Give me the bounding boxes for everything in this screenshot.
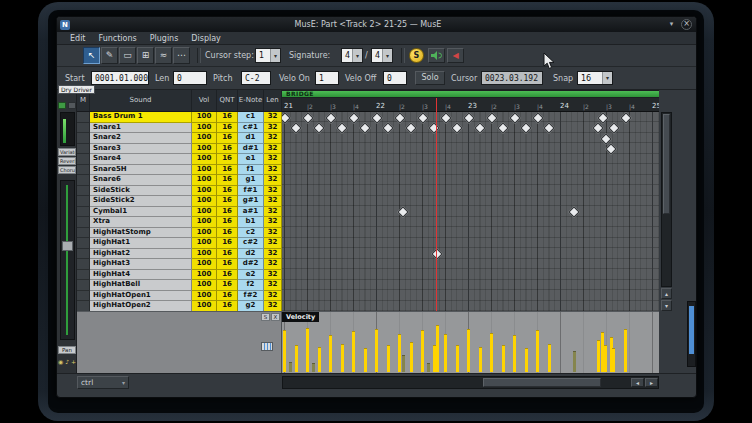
mute-cell[interactable] bbox=[77, 175, 90, 186]
vol-cell[interactable]: 100 bbox=[192, 196, 217, 207]
vol-cell[interactable]: 100 bbox=[192, 249, 217, 260]
splitter-s-button[interactable]: S bbox=[261, 313, 270, 321]
signature-denominator-spinbox[interactable]: 4 ▾ bbox=[371, 48, 393, 63]
vol-cell[interactable]: 100 bbox=[192, 175, 217, 186]
mute-cell[interactable] bbox=[77, 144, 90, 155]
sound-name[interactable]: HighHatStomp bbox=[90, 228, 192, 239]
len-cell[interactable]: 32 bbox=[264, 249, 282, 260]
velocity-bar[interactable] bbox=[525, 348, 528, 372]
velocity-bar[interactable] bbox=[456, 345, 459, 372]
qnt-cell[interactable]: 16 bbox=[217, 154, 238, 165]
enote-cell[interactable]: e2 bbox=[238, 270, 264, 281]
scroll-left-button[interactable]: ◂ bbox=[631, 378, 644, 387]
note-diamond[interactable] bbox=[282, 112, 290, 123]
vol-cell[interactable]: 100 bbox=[192, 186, 217, 197]
ctrl-select[interactable]: ctrl ▾ bbox=[77, 376, 129, 389]
enote-cell[interactable]: d1 bbox=[238, 133, 264, 144]
qnt-cell[interactable]: 16 bbox=[217, 123, 238, 134]
pitch-value-box[interactable]: C-2 bbox=[241, 71, 271, 85]
qnt-cell[interactable]: 16 bbox=[217, 270, 238, 281]
pan-control[interactable]: Pan bbox=[58, 346, 76, 354]
velocity-bar[interactable] bbox=[410, 342, 413, 372]
note-diamond[interactable] bbox=[593, 122, 604, 133]
drum-row[interactable]: HighHat210016d232 bbox=[77, 249, 282, 260]
enote-cell[interactable]: f1 bbox=[238, 165, 264, 176]
pointer-tool-icon[interactable]: ↖ bbox=[83, 47, 100, 64]
velocity-bar[interactable] bbox=[398, 334, 401, 372]
note-diamond[interactable] bbox=[509, 112, 520, 123]
step-record-button[interactable]: S bbox=[409, 48, 424, 63]
note-diamond[interactable] bbox=[440, 112, 451, 123]
drum-row[interactable]: HighHatStomp10016c232 bbox=[77, 228, 282, 239]
sound-name[interactable]: HighHat3 bbox=[90, 259, 192, 270]
mute-cell[interactable] bbox=[77, 238, 90, 249]
cursor-step-spinbox[interactable]: 1 ▾ bbox=[255, 48, 281, 63]
enote-cell[interactable]: f#2 bbox=[238, 291, 264, 302]
note-diamond[interactable] bbox=[359, 122, 370, 133]
sound-name[interactable]: Snare4 bbox=[90, 154, 192, 165]
note-diamond[interactable] bbox=[417, 112, 428, 123]
vol-cell[interactable]: 100 bbox=[192, 238, 217, 249]
vol-cell[interactable]: 100 bbox=[192, 291, 217, 302]
len-value-box[interactable]: 0 bbox=[173, 71, 207, 85]
len-cell[interactable]: 32 bbox=[264, 280, 282, 291]
velocity-bar[interactable] bbox=[444, 334, 447, 372]
velocity-bar[interactable] bbox=[573, 351, 576, 372]
vertical-scrollbar[interactable] bbox=[661, 112, 672, 287]
splitter-x-button[interactable]: X bbox=[271, 313, 280, 321]
line-tool-icon[interactable]: ≈ bbox=[155, 47, 172, 64]
sound-name[interactable]: HighHat2 bbox=[90, 249, 192, 260]
speaker-button[interactable] bbox=[428, 48, 445, 63]
vol-cell[interactable]: 100 bbox=[192, 133, 217, 144]
qnt-cell[interactable]: 16 bbox=[217, 133, 238, 144]
len-cell[interactable]: 32 bbox=[264, 228, 282, 239]
velocity-bar[interactable] bbox=[427, 363, 430, 372]
note-diamond[interactable] bbox=[569, 206, 580, 217]
vol-cell[interactable]: 100 bbox=[192, 123, 217, 134]
mute-cell[interactable] bbox=[77, 217, 90, 228]
send-button[interactable]: Variate off bbox=[58, 148, 76, 156]
shade-button[interactable]: ▾ bbox=[666, 19, 677, 30]
drum-row[interactable]: SideStick10016f#132 bbox=[77, 186, 282, 197]
note-diamond[interactable] bbox=[497, 122, 508, 133]
velocity-bar[interactable] bbox=[375, 329, 378, 372]
menu-item-display[interactable]: Display bbox=[191, 34, 221, 43]
note-diamond[interactable] bbox=[428, 122, 439, 133]
drum-row[interactable]: Snare110016c#132 bbox=[77, 123, 282, 134]
note-diamond[interactable] bbox=[605, 143, 616, 154]
note-diamond[interactable] bbox=[532, 112, 543, 123]
note-grid[interactable] bbox=[282, 112, 659, 311]
sound-name[interactable]: HighHatOpen2 bbox=[90, 301, 192, 311]
sound-name[interactable]: Bass Drum 1 bbox=[90, 112, 192, 123]
mute-cell[interactable] bbox=[77, 291, 90, 302]
velocity-bar[interactable] bbox=[283, 330, 286, 372]
velocity-lane[interactable]: Velocity bbox=[282, 312, 659, 373]
velo-on-value-box[interactable]: 1 bbox=[315, 71, 339, 85]
qnt-cell[interactable]: 16 bbox=[217, 165, 238, 176]
snap-select[interactable]: 16 ▾ bbox=[577, 71, 613, 85]
mute-enable-icon[interactable] bbox=[68, 102, 76, 109]
enote-cell[interactable]: d2 bbox=[238, 249, 264, 260]
enote-cell[interactable]: f#1 bbox=[238, 186, 264, 197]
fader-handle[interactable] bbox=[62, 241, 73, 251]
scroll-right-button[interactable]: ▸ bbox=[645, 378, 658, 387]
mute-cell[interactable] bbox=[77, 112, 90, 123]
velocity-bar[interactable] bbox=[352, 331, 355, 372]
enote-cell[interactable]: c2 bbox=[238, 228, 264, 239]
qnt-cell[interactable]: 16 bbox=[217, 207, 238, 218]
vol-cell[interactable]: 100 bbox=[192, 217, 217, 228]
qnt-cell[interactable]: 16 bbox=[217, 259, 238, 270]
sound-name[interactable]: SideStick bbox=[90, 186, 192, 197]
sound-name[interactable]: Snare6 bbox=[90, 175, 192, 186]
velocity-bar[interactable] bbox=[312, 363, 315, 372]
vol-cell[interactable]: 100 bbox=[192, 301, 217, 311]
drum-row[interactable]: Bass Drum 110016c132 bbox=[77, 112, 282, 123]
cursor-tool-icon[interactable]: ⋯ bbox=[173, 47, 190, 64]
volume-fader[interactable] bbox=[60, 180, 75, 340]
note-diamond[interactable] bbox=[463, 112, 474, 123]
len-cell[interactable]: 32 bbox=[264, 154, 282, 165]
strip-icon[interactable]: ♪ bbox=[65, 358, 69, 366]
vol-cell[interactable]: 100 bbox=[192, 165, 217, 176]
mute-cell[interactable] bbox=[77, 165, 90, 176]
qnt-cell[interactable]: 16 bbox=[217, 238, 238, 249]
